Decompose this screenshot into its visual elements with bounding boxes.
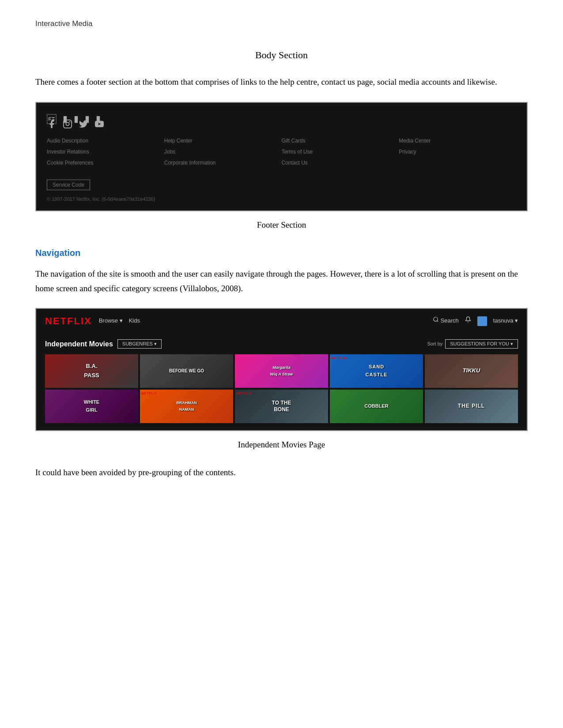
terms-of-use-link[interactable]: Terms of Use — [282, 148, 399, 156]
user-avatar[interactable] — [477, 316, 487, 326]
movie-title-sand-castle: SANDCASTLE — [366, 363, 388, 379]
cookie-preferences-link[interactable]: Cookie Preferences — [47, 159, 164, 167]
movie-grid-row1: B.A.PASS BEFORE WE GO MargaritaWiq A Str… — [45, 354, 518, 388]
page-label: Interactive Media — [35, 18, 528, 30]
contact-us-link[interactable]: Contact Us — [282, 159, 399, 167]
netflix-tag-tothebone: NETFLIX — [236, 391, 252, 396]
movie-card-tikku[interactable]: TIKKU — [425, 354, 518, 388]
footer-col4: Media Center Privacy — [399, 137, 516, 170]
netflix-nav-right: Search tasnuva ▾ — [433, 316, 518, 326]
movie-card-margarita[interactable]: MargaritaWiq A Straw — [235, 354, 328, 388]
twitter-svg-icon — [79, 119, 88, 129]
investor-relations-link[interactable]: Investor Relations — [47, 148, 164, 156]
movie-title-brahman-naman: BRAHMANNAMAN — [176, 400, 197, 413]
social-icons-visual — [47, 119, 516, 129]
svg-point-2 — [70, 121, 70, 122]
navigation-text: The navigation of the site is smooth and… — [35, 267, 528, 296]
body-section-text: There comes a footer section at the bott… — [35, 75, 528, 89]
navigation-heading: Navigation — [35, 246, 528, 260]
netflix-app-screenshot: NETFLIX Browse ▾ Kids Search tasnuva ▾ I… — [35, 308, 528, 431]
movie-title-cobbler: COBBLER — [364, 402, 388, 410]
gift-cards-link[interactable]: Gift Cards — [282, 137, 399, 145]
movie-title-the-pill: THE PILL — [458, 402, 485, 410]
movie-card-cobbler[interactable]: COBBLER — [330, 390, 423, 423]
audio-description-link[interactable]: Audio Description — [47, 137, 164, 145]
facebook-svg-icon — [47, 119, 57, 129]
movie-card-brahman-naman[interactable]: NETFLIX BRAHMANNAMAN — [140, 390, 233, 423]
movie-title-margarita: MargaritaWiq A Straw — [270, 364, 293, 377]
movie-card-sand-castle[interactable]: NETFLIX SANDCASTLE — [330, 354, 423, 388]
copyright-text: © 1997-2017 Netflix, Inc. {6-0d4eaee79a3… — [47, 195, 516, 203]
netflix-tag-sandcastle: NETFLIX — [331, 356, 347, 360]
jobs-link[interactable]: Jobs — [164, 148, 282, 156]
youtube-svg-icon — [94, 119, 104, 129]
sortby-label: Sort by — [427, 340, 442, 348]
svg-point-1 — [66, 122, 69, 125]
footer-links-grid: Audio Description Investor Relations Coo… — [47, 137, 516, 170]
svg-rect-0 — [64, 120, 72, 128]
movie-title-white-girl: WHITEGIRL — [84, 398, 99, 414]
footer-screenshot:  ▮ ▮ ▮ ▮ Audio Description Investor — [35, 102, 528, 211]
movie-card-white-girl[interactable]: WHITEGIRL — [45, 390, 138, 423]
netflix-nav-links: Browse ▾ Kids — [99, 316, 140, 326]
help-center-link[interactable]: Help Center — [164, 137, 282, 145]
movie-card-before-we-go[interactable]: BEFORE WE GO — [140, 354, 233, 388]
category-title: Independent Movies — [45, 338, 113, 350]
search-label[interactable]: Search — [433, 316, 459, 326]
sortby-control: Sort by SUGGESTIONS FOR YOU ▾ — [427, 339, 518, 349]
netflix-content-area: Independent Movies SUBGENRES ▾ Sort by S… — [36, 333, 527, 430]
service-code-button[interactable]: Service Code — [47, 180, 90, 190]
movie-card-the-pill[interactable]: THE PILL — [425, 390, 518, 423]
movies-row-header: Independent Movies SUBGENRES ▾ Sort by S… — [45, 338, 518, 350]
instagram-svg-icon — [63, 119, 72, 129]
category-controls: Independent Movies SUBGENRES ▾ — [45, 338, 162, 350]
suggestions-button[interactable]: SUGGESTIONS FOR YOU ▾ — [445, 339, 518, 349]
footer-col3: Gift Cards Terms of Use Contact Us — [282, 137, 399, 170]
netflix-navbar: NETFLIX Browse ▾ Kids Search tasnuva ▾ — [36, 309, 527, 333]
search-icon — [433, 316, 439, 323]
svg-line-5 — [437, 321, 438, 322]
user-name[interactable]: tasnuva ▾ — [493, 316, 518, 326]
media-center-link[interactable]: Media Center — [399, 137, 516, 145]
movie-title-before-we-go: BEFORE WE GO — [169, 368, 204, 375]
movie-grid-row2: WHITEGIRL NETFLIX BRAHMANNAMAN NETFLIX T… — [45, 390, 518, 423]
movie-title-tikku: TIKKU — [463, 366, 480, 375]
movie-card-to-the-bone[interactable]: NETFLIX TO THEBONE — [235, 390, 328, 423]
movie-card-ba-pass[interactable]: B.A.PASS — [45, 354, 138, 388]
privacy-link[interactable]: Privacy — [399, 148, 516, 156]
body-section-title: Body Section — [35, 47, 528, 63]
browse-menu[interactable]: Browse ▾ — [99, 316, 123, 326]
netflix-logo: NETFLIX — [45, 313, 92, 329]
footer-col2: Help Center Jobs Corporate Information — [164, 137, 282, 170]
svg-point-4 — [434, 317, 438, 321]
corporate-information-link[interactable]: Corporate Information — [164, 159, 282, 167]
movie-title-to-the-bone: TO THEBONE — [272, 400, 291, 413]
footer-section-caption: Footer Section — [35, 218, 528, 232]
movie-title-ba-pass: B.A.PASS — [84, 362, 99, 380]
netflix-tag-brahman: NETFLIX — [141, 391, 157, 396]
notification-bell-icon[interactable] — [465, 316, 471, 326]
conclusion-text: It could have been avoided by pre-groupi… — [35, 465, 528, 480]
netflix-nav-left: NETFLIX Browse ▾ Kids — [45, 313, 140, 329]
footer-col1: Audio Description Investor Relations Coo… — [47, 137, 164, 170]
subgenres-button[interactable]: SUBGENRES ▾ — [117, 339, 162, 349]
instagram-icon: ▮ — [74, 112, 79, 127]
kids-link[interactable]: Kids — [129, 316, 140, 326]
movies-page-caption: Independent Movies Page — [35, 438, 528, 451]
